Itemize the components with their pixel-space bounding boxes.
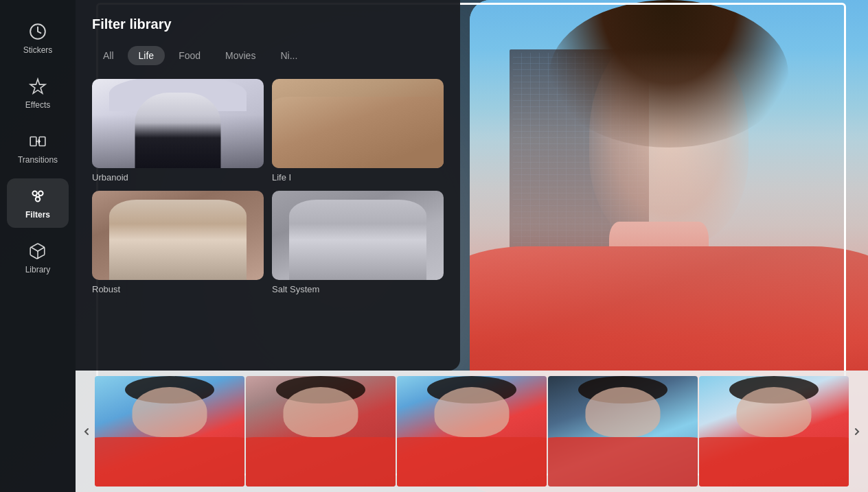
frame-5-face (737, 387, 812, 436)
salt-person (289, 200, 426, 280)
filter-item-salt-system[interactable]: Salt System (272, 191, 444, 294)
tab-movies[interactable]: Movies (214, 46, 266, 65)
svg-line-6 (35, 196, 38, 197)
sidebar-item-library-label: Library (25, 265, 51, 274)
frame-4-jacket (548, 437, 698, 487)
life-person (272, 97, 444, 168)
frame-1-face (133, 387, 207, 436)
sidebar-item-library[interactable]: Library (7, 233, 69, 283)
urbanoid-person (135, 93, 221, 169)
filter-item-robust[interactable]: Robust (92, 191, 264, 294)
svg-point-5 (36, 197, 41, 202)
filter-name-life1: Life I (272, 172, 444, 183)
tab-all[interactable]: All (92, 46, 125, 65)
sidebar-item-filters-label: Filters (25, 210, 50, 220)
filter-thumb-robust (92, 191, 264, 280)
filter-panel: Filter library All Life Food Movies Ni..… (76, 0, 460, 371)
sidebar-item-transitions[interactable]: Transitions (7, 124, 69, 173)
svg-point-3 (32, 191, 37, 196)
timeline-frame-4 (548, 376, 698, 487)
tab-life[interactable]: Life (128, 46, 165, 65)
sidebar-item-stickers-label: Stickers (23, 45, 53, 55)
timeline-frame-2 (246, 376, 396, 487)
frame-5-jacket (699, 437, 849, 487)
panel-title: Filter library (92, 16, 444, 32)
frame-1-jacket (95, 437, 244, 487)
star-icon (28, 77, 47, 96)
timeline-frames (95, 376, 849, 487)
timeline (76, 371, 868, 492)
sidebar-item-stickers[interactable]: Stickers (7, 14, 69, 63)
filters-icon (28, 187, 47, 206)
svg-line-7 (38, 196, 41, 197)
filter-name-robust: Robust (92, 284, 264, 294)
frame-2-jacket (246, 437, 396, 487)
filter-thumb-urbanoid (92, 79, 264, 168)
tab-ni[interactable]: Ni... (269, 46, 308, 65)
filter-tabs: All Life Food Movies Ni... (92, 46, 444, 65)
frame-2-face (284, 387, 358, 436)
filter-item-life1[interactable]: Life I (272, 79, 444, 183)
robust-person (109, 200, 247, 280)
sidebar: Stickers Effects Transitions (0, 0, 76, 492)
filter-item-urbanoid[interactable]: Urbanoid (92, 79, 264, 183)
sidebar-item-transitions-label: Transitions (18, 155, 58, 165)
timeline-frame-1 (95, 376, 244, 487)
timeline-left-arrow[interactable] (78, 418, 95, 445)
tab-food[interactable]: Food (168, 46, 212, 65)
frame-3-jacket (397, 437, 547, 487)
filter-name-urbanoid: Urbanoid (92, 172, 264, 183)
sidebar-item-filters[interactable]: Filters (7, 178, 69, 228)
timeline-right-arrow[interactable] (849, 418, 865, 445)
sidebar-item-effects[interactable]: Effects (7, 69, 69, 118)
transitions-icon (28, 132, 47, 151)
filter-thumb-life1 (272, 79, 444, 168)
library-icon (28, 242, 47, 261)
frame-3-face (435, 387, 510, 436)
filter-grid: Urbanoid Life I Robust Salt System (92, 79, 444, 294)
sidebar-item-effects-label: Effects (25, 100, 50, 110)
timeline-frame-3 (397, 376, 547, 487)
clock-icon (28, 22, 47, 41)
filter-name-salt-system: Salt System (272, 284, 444, 294)
frame-4-face (586, 387, 661, 436)
timeline-frame-5 (699, 376, 849, 487)
svg-rect-1 (30, 137, 36, 146)
svg-point-4 (38, 191, 43, 196)
filter-thumb-salt-system (272, 191, 444, 280)
